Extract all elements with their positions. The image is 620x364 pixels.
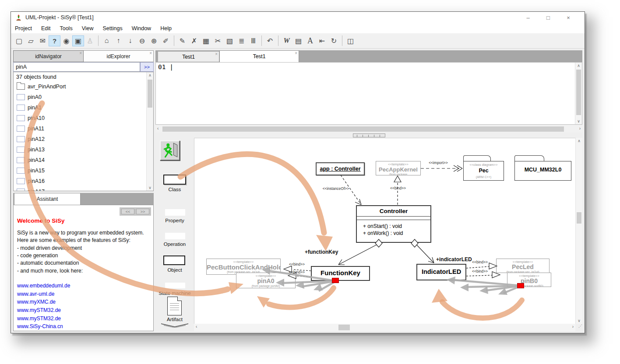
font-icon[interactable]: A [304,35,316,46]
red-handle-pinb0[interactable] [517,283,524,288]
print-icon[interactable]: ▤ [292,35,304,46]
uml-class-controller[interactable]: Controller + onStart() : void + onWork()… [356,205,431,243]
tab-id-navigator[interactable]: idNavigator × [13,50,84,62]
close-icon[interactable]: × [79,51,82,56]
cut-icon[interactable]: ✂ [212,35,224,46]
assistant-link[interactable]: www.mySTM32.de [17,315,150,323]
tab-test1-active[interactable]: Test1 × [219,50,299,62]
list-item[interactable]: pinA1 [14,102,153,113]
word-export-icon[interactable]: W [281,35,292,46]
window-icon[interactable]: ▣ [72,35,84,46]
assistant-forward-button[interactable]: >> [136,209,149,214]
scroll-down-icon[interactable]: ∨ [575,119,582,123]
arrow-down-icon[interactable]: ↓ [124,35,136,46]
minimize-button[interactable]: – [518,14,538,21]
red-handle-functionkey[interactable] [332,278,339,283]
close-icon[interactable]: × [215,52,218,56]
mail-icon[interactable]: ✉ [37,35,49,46]
find-icon[interactable]: ◉ [60,35,72,46]
new-document-icon[interactable]: ▢ [13,35,25,46]
assistant-link[interactable]: www.myXMC.de [17,298,150,306]
search-go-button[interactable]: >> [140,62,154,72]
tool-artifact[interactable] [167,297,182,315]
scroll-right-icon[interactable]: › [572,324,574,329]
menu-item[interactable]: View [82,25,94,32]
scroll-down-icon[interactable]: ∨ [576,318,582,323]
copy-icon[interactable]: ▦ [200,35,212,46]
close-icon[interactable]: × [149,51,152,56]
home-icon[interactable]: ⌂ [101,35,113,46]
scroll-left-icon[interactable]: ‹ [196,324,197,329]
scrollbar-thumb[interactable] [148,80,152,108]
expand-chevron-icon[interactable] [161,323,189,328]
scrollbar-thumb[interactable] [577,212,581,224]
help-icon[interactable]: ? [49,35,60,46]
menu-item[interactable]: Help [160,25,172,32]
list-item[interactable]: pinA10 [14,113,153,123]
assistant-link[interactable]: www.embeddeduml.de [17,282,150,290]
document-help-icon[interactable]: ✐ [160,35,172,46]
splitter-grip[interactable] [353,133,385,137]
list-item[interactable]: pinA14 [14,155,153,165]
list-item[interactable]: pinA17 [14,186,153,191]
align-icon[interactable]: ⇤ [316,35,328,46]
scroll-left-icon[interactable]: ‹ [157,126,159,131]
assistant-back-button[interactable]: << [121,209,134,214]
zoom-out-icon[interactable]: ⊖ [136,35,148,46]
scroll-up-icon[interactable]: ∧ [576,139,582,143]
tool-class[interactable] [163,175,186,185]
search-input[interactable] [13,62,140,72]
uml-class-indicatorled[interactable]: IndicatorLED [416,264,466,280]
scroll-right-icon[interactable]: › [579,126,581,131]
zoom-in-icon[interactable]: ⊕ [148,35,160,46]
uml-template-pinb0[interactable]: <<template>> pinB0 (from package portB0) [507,273,551,287]
scrollbar-thumb[interactable] [162,126,564,132]
scroll-up-icon[interactable]: ∧ [147,73,153,77]
editor-scrollbar[interactable]: ∧ ∨ [575,63,582,124]
undo-icon[interactable]: ↶ [264,35,276,46]
list-item[interactable]: pinA15 [14,165,153,176]
code-editor[interactable]: 01 | ∧ ∨ [155,62,582,125]
splitter[interactable] [155,133,582,138]
arrow-up-icon[interactable]: ↑ [113,35,124,46]
tool-property[interactable] [165,209,185,216]
list-item[interactable]: pinA11 [14,123,153,134]
menu-item[interactable]: Edit [41,25,51,32]
properties-icon[interactable]: ✎ [176,35,188,46]
open-folder-icon[interactable]: ▱ [25,35,37,46]
uml-canvas[interactable]: app : Controller <<template>> PecAppKern… [194,138,575,324]
list-item[interactable]: pinA0 [14,92,153,102]
uml-class-functionkey[interactable]: FunctionKey [311,266,370,281]
paste-icon[interactable]: ▧ [224,35,236,46]
uml-package-pec[interactable]: <<class diagram>> Pec (ARM C++) [463,155,504,181]
tab-test1-inactive[interactable]: Test1 × [158,51,219,62]
list-item[interactable]: pinA12 [14,134,153,144]
menu-item[interactable]: Tools [60,25,72,32]
menu-item[interactable]: Project [15,25,32,32]
run-button[interactable] [160,140,180,161]
resize-grip[interactable]: ⋰ [575,324,582,331]
list-item[interactable]: pinA16 [14,176,153,186]
editor-hscrollbar[interactable]: ‹ › [155,126,582,133]
tab-assistant[interactable]: Assistant [14,193,81,205]
scroll-down-icon[interactable]: ∨ [147,186,153,190]
scrollbar-thumb[interactable] [576,70,581,115]
diagram-hscrollbar[interactable]: ‹ › [194,324,575,331]
list-icon[interactable]: ≣ [236,35,247,46]
delete-icon[interactable]: ✗ [188,35,200,46]
menu-item[interactable]: Window [132,25,151,32]
maximize-button[interactable]: □ [538,14,558,21]
close-button[interactable]: × [558,14,578,21]
diagram-vscrollbar[interactable]: ∧ ∨ [575,138,582,324]
assistant-link[interactable]: www.SiSy-China.cn [17,322,150,331]
filter-icon[interactable]: Ⅲ [247,35,259,46]
uml-object-app-controller[interactable]: app : Controller [316,162,365,175]
assistant-link[interactable]: www.avr-uml.de [17,290,150,298]
person-icon[interactable]: ♙ [84,35,96,46]
list-scrollbar[interactable]: ∧ ∨ [146,72,153,191]
tool-operation[interactable] [165,233,185,239]
list-item[interactable]: avr_PinAndPort [14,81,153,92]
uml-template-pecappkernel[interactable]: <<template>> PecAppKernel (from package … [376,161,421,175]
refresh-document-icon[interactable]: ↻ [328,35,340,46]
uml-template-pecled[interactable]: <<template>> PecLed (from package pec_In… [496,259,550,273]
